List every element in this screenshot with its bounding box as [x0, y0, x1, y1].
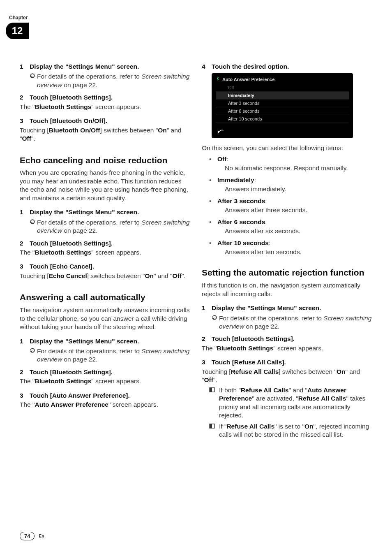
list-item-desc: Answers after six seconds. [225, 227, 372, 235]
options-list: Off: No automatic response. Respond manu… [209, 155, 372, 257]
step-number: 3 [202, 358, 212, 366]
step-text: Display the "Settings Menu" screen. [30, 337, 139, 345]
svg-rect-3 [210, 424, 212, 428]
language-code: En [39, 534, 44, 538]
right-column: 4Touch the desired option. Auto Answer P… [202, 63, 372, 441]
screenshot-option: After 6 seconds [216, 107, 349, 115]
step-number: 2 [202, 335, 212, 343]
intro-text: On this screen, you can select the follo… [202, 144, 372, 152]
step-number: 3 [20, 262, 30, 271]
note-item: If "Refuse All Calls" is set to "On", re… [209, 422, 372, 439]
step-body: The "Bluetooth Settings" screen appears. [20, 103, 190, 111]
sub-note: For details of the operations, refer to … [30, 218, 190, 235]
step: 1Display the "Settings Menu" screen. [20, 63, 190, 71]
step-number: 4 [202, 63, 212, 71]
step-text: Touch the desired option. [212, 63, 289, 71]
step-number: 1 [20, 208, 30, 216]
refer-arrow-icon [30, 72, 37, 89]
list-item: After 10 seconds: [209, 239, 372, 247]
step: 3Touch [Auto Answer Preference]. [20, 392, 190, 400]
auto-answer-preference-screenshot: Auto Answer Preference Off Immediately A… [212, 73, 353, 138]
step-text: Touch [Bluetooth Settings]. [30, 93, 113, 102]
list-item-desc: Answers after ten seconds. [225, 248, 372, 256]
sub-note: For details of the operations, refer to … [212, 314, 372, 331]
sub-text: For details of the operations, refer to … [37, 218, 190, 235]
step-number: 1 [20, 63, 30, 71]
step: 2Touch [Bluetooth Settings]. [20, 368, 190, 376]
header-pill: Using hands-free phoning [26, 23, 372, 39]
page-number: 74 [20, 532, 35, 540]
chapter-number-badge: 12 [6, 23, 29, 39]
step-text: Touch [Bluetooth Settings]. [212, 335, 295, 343]
refer-arrow-icon [212, 314, 219, 331]
step-body: Touching [Bluetooth On/Off] switches bet… [20, 126, 190, 143]
step-text: Display the "Settings Menu" screen. [212, 304, 321, 312]
two-column-layout: 1Display the "Settings Menu" screen. For… [20, 63, 372, 441]
note-list: If both "Refuse All Calls" and "Auto Ans… [209, 386, 372, 439]
refer-arrow-icon [30, 347, 37, 364]
step-number: 1 [20, 337, 30, 345]
section-heading-echo: Echo canceling and noise reduction [20, 155, 190, 166]
step-text: Touch [Bluetooth Settings]. [30, 239, 113, 248]
step-text: Touch [Auto Answer Preference]. [30, 392, 130, 400]
section-intro: When you are operating hands-free phonin… [20, 169, 190, 202]
bullet-dot-icon [209, 218, 217, 226]
svg-rect-1 [210, 388, 212, 392]
step-body: The "Auto Answer Preference" screen appe… [20, 401, 190, 409]
step-number: 2 [20, 239, 30, 248]
list-item-desc: Answers immediately. [225, 185, 372, 193]
bullet-dot-icon [209, 197, 217, 205]
sub-note: For details of the operations, refer to … [30, 347, 190, 364]
note-item: If both "Refuse All Calls" and "Auto Ans… [209, 386, 372, 420]
step: 3Touch [Refuse All Calls]. [202, 358, 372, 366]
section-heading-reject: Setting the automatic rejection function [202, 268, 372, 278]
step-text: Touch [Bluetooth Settings]. [30, 368, 113, 376]
bullet-dot-icon [209, 176, 217, 184]
page-title: Using hands-free phoning [35, 25, 159, 37]
note-text: If "Refuse All Calls" is set to "On", re… [219, 422, 372, 439]
step: 3Touch [Echo Cancel]. [20, 262, 190, 271]
bullet-dot-icon [209, 155, 217, 163]
sub-text: For details of the operations, refer to … [37, 347, 190, 364]
step-text: Display the "Settings Menu" screen. [30, 208, 139, 216]
step: 1Display the "Settings Menu" screen. [20, 208, 190, 216]
note-text: If both "Refuse All Calls" and "Auto Ans… [219, 386, 372, 420]
step-body: The "Bluetooth Settings" screen appears. [202, 344, 372, 352]
list-item-desc: No automatic response. Respond manually. [225, 164, 372, 172]
step-number: 3 [20, 392, 30, 400]
screenshot-option: Off [216, 84, 349, 92]
step: 3Touch [Bluetooth On/Off]. [20, 117, 190, 125]
screenshot-option: After 10 seconds [216, 115, 349, 123]
step: 1Display the "Settings Menu" screen. [202, 304, 372, 312]
step: 4Touch the desired option. [202, 63, 372, 71]
section-intro: The navigation system automatically answ… [20, 306, 190, 331]
sub-text: For details of the operations, refer to … [219, 314, 372, 331]
step-number: 3 [20, 117, 30, 125]
bullet-dot-icon [209, 239, 217, 247]
screenshot-option: After 3 seconds [216, 100, 349, 107]
step-body: The "Bluetooth Settings" screen appears. [20, 377, 190, 385]
screenshot-option: Immediately [216, 92, 349, 100]
page-footer: 74 En [20, 532, 44, 540]
refer-arrow-icon [30, 218, 37, 235]
step: 2Touch [Bluetooth Settings]. [202, 335, 372, 343]
left-column: 1Display the "Settings Menu" screen. For… [20, 63, 190, 441]
step-text: Touch [Echo Cancel]. [30, 262, 94, 271]
note-box-icon [209, 386, 219, 420]
note-box-icon [209, 422, 219, 439]
step-number: 2 [20, 368, 30, 376]
step: 1Display the "Settings Menu" screen. [20, 337, 190, 345]
list-item: After 3 seconds: [209, 197, 372, 205]
list-item: Immediately: [209, 176, 372, 184]
chapter-label: Chapter [9, 15, 372, 21]
section-intro: If this function is on, the navigation s… [202, 281, 372, 298]
bluetooth-icon [216, 76, 220, 83]
page: Chapter 12 Using hands-free phoning 1Dis… [0, 0, 392, 556]
page-header: 12 Using hands-free phoning [6, 21, 372, 40]
back-icon [217, 130, 224, 136]
sub-note: For details of the operations, refer to … [30, 72, 190, 89]
step-text: Touch [Bluetooth On/Off]. [30, 117, 107, 125]
step: 2Touch [Bluetooth Settings]. [20, 239, 190, 248]
list-item-desc: Answers after three seconds. [225, 206, 372, 214]
list-item: Off: [209, 155, 372, 163]
